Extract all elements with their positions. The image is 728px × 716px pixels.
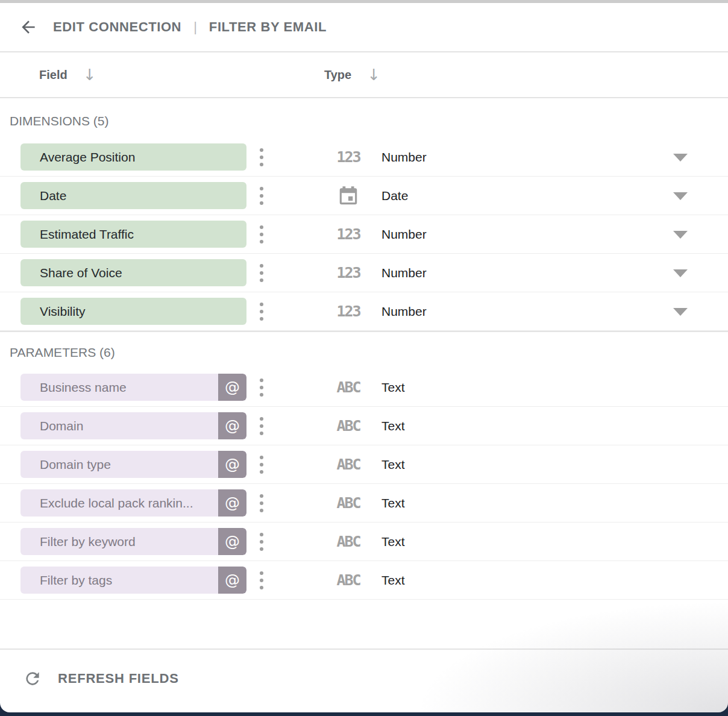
field-chip[interactable]: Visibility [20,298,246,325]
field-chip-label: Date [20,189,246,203]
type-dropdown-caret[interactable] [673,308,688,316]
text-type-icon: ABC [333,445,364,483]
section-rows: Average Position 123 Number Date Date Es… [0,138,728,331]
section-title: DIMENSIONS (5) [0,98,728,138]
arrow-left-icon [19,17,38,37]
field-list: DIMENSIONS (5) Average Position 123 Numb… [0,98,728,600]
field-chip[interactable]: Filter by keyword @ [20,528,246,555]
more-options-button[interactable] [256,414,268,438]
field-row: Business name @ ABC Text [0,368,728,407]
type-label: Text [381,484,405,522]
field-row: Domain type @ ABC Text [0,445,728,484]
number-type-icon: 123 [333,215,364,253]
field-chip-label: Filter by tags [20,573,218,588]
column-type[interactable]: Type ↓ [324,52,380,97]
field-chip-label: Business name [20,380,218,395]
calendar-icon [337,184,360,207]
field-chip[interactable]: Domain @ [20,412,246,439]
number-type-icon: 123 [333,138,364,176]
column-type-label: Type [324,68,351,82]
field-chip-label: Domain type [20,457,218,472]
type-label: Number [381,254,427,292]
header-separator: | [193,19,197,35]
parameter-at-badge: @ [218,528,246,555]
field-row: Estimated Traffic 123 Number [0,215,728,254]
field-row: Domain @ ABC Text [0,407,728,445]
sort-down-icon[interactable]: ↓ [83,66,96,84]
parameter-at-badge: @ [218,451,246,478]
field-chip[interactable]: Average Position [20,143,246,171]
parameter-at-badge: @ [218,567,246,594]
field-chip[interactable]: Filter by tags @ [20,567,246,594]
back-button[interactable] [18,17,39,37]
more-options-button[interactable] [256,184,268,208]
type-label: Number [381,215,427,253]
type-label: Number [381,292,427,330]
type-label: Text [381,368,405,406]
field-chip-label: Domain [20,419,218,433]
number-type-icon: 123 [333,254,364,292]
field-chip-label: Exclude local pack rankin... [20,496,218,510]
sort-down-icon[interactable]: ↓ [367,66,380,84]
header-bar: EDIT CONNECTION | FILTER BY EMAIL [0,3,728,52]
field-chip[interactable]: Exclude local pack rankin... @ [20,489,246,517]
type-dropdown-caret[interactable] [673,154,688,162]
type-label: Number [381,138,427,176]
field-chip-label: Estimated Traffic [20,227,246,242]
text-type-icon: ABC [333,407,364,445]
field-chip[interactable]: Domain type @ [20,451,246,478]
field-chip-label: Visibility [20,304,246,319]
text-type-icon: ABC [333,523,364,561]
field-chip[interactable]: Business name @ [20,374,246,401]
more-options-button[interactable] [256,222,268,247]
type-label: Date [381,177,408,215]
type-label: Text [381,523,405,561]
field-chip[interactable]: Estimated Traffic [20,221,246,248]
number-type-icon: 123 [333,292,364,330]
field-row: Exclude local pack rankin... @ ABC Text [0,484,728,523]
type-label: Text [381,561,405,599]
field-row: Share of Voice 123 Number [0,254,728,292]
calendar-icon [333,177,364,215]
text-type-icon: ABC [333,484,364,522]
more-options-button[interactable] [256,145,268,169]
more-options-button[interactable] [256,300,268,324]
type-dropdown-caret[interactable] [673,269,688,277]
section-rows: Business name @ ABC Text Domain @ ABC Te… [0,368,728,600]
more-options-button[interactable] [256,530,268,554]
tab-edit-connection[interactable]: EDIT CONNECTION [53,19,181,35]
more-options-button[interactable] [256,453,268,477]
more-options-button[interactable] [256,491,268,515]
parameter-at-badge: @ [218,412,246,439]
column-header-row: Field ↓ Type ↓ [0,52,728,98]
field-chip[interactable]: Share of Voice [20,259,246,286]
refresh-fields-label: REFRESH FIELDS [58,671,179,686]
field-row: Date Date [0,177,728,215]
type-label: Text [381,445,405,483]
field-chip-label: Share of Voice [20,266,246,280]
footer-bar: REFRESH FIELDS [0,648,728,708]
more-options-button[interactable] [256,568,268,592]
refresh-fields-button[interactable]: REFRESH FIELDS [23,669,179,688]
field-row: Visibility 123 Number [0,292,728,331]
fields-panel: EDIT CONNECTION | FILTER BY EMAIL Field … [0,0,728,712]
field-chip-label: Filter by keyword [20,535,218,549]
text-type-icon: ABC [333,368,364,406]
more-options-button[interactable] [256,261,268,285]
type-dropdown-caret[interactable] [673,231,688,239]
field-row: Average Position 123 Number [0,138,728,177]
field-chip-label: Average Position [20,150,246,165]
field-chip[interactable]: Date [20,182,246,209]
type-label: Text [381,407,405,445]
section-title: PARAMETERS (6) [0,332,728,368]
tab-filter-by-email[interactable]: FILTER BY EMAIL [209,19,327,35]
field-row: Filter by keyword @ ABC Text [0,523,728,561]
type-dropdown-caret[interactable] [673,192,688,200]
more-options-button[interactable] [256,375,268,400]
text-type-icon: ABC [333,561,364,599]
parameter-at-badge: @ [218,374,246,401]
spacer [0,600,728,648]
refresh-icon [23,669,42,688]
column-field[interactable]: Field ↓ [39,52,96,97]
column-field-label: Field [39,68,67,82]
